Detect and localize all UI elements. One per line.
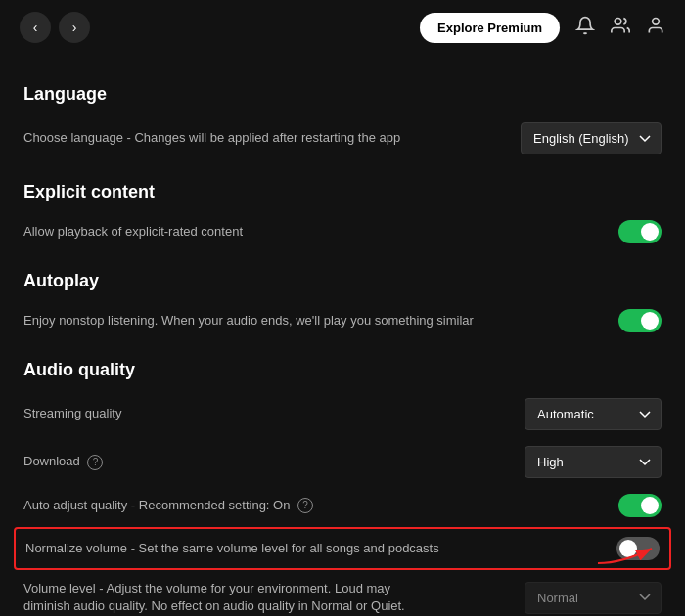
auto-adjust-row: Auto adjust quality - Recommended settin…: [23, 486, 662, 525]
explicit-description: Allow playback of explicit-rated content: [23, 223, 243, 241]
svg-point-0: [615, 18, 621, 24]
language-row: Choose language - Changes will be applie…: [23, 114, 662, 162]
language-description: Choose language - Changes will be applie…: [23, 129, 400, 147]
language-section: Language Choose language - Changes will …: [23, 84, 662, 162]
nav-arrows: ‹ ›: [20, 12, 90, 43]
download-label: Download ?: [23, 453, 103, 470]
top-nav: ‹ › Explore Premium: [0, 0, 685, 55]
explore-premium-button[interactable]: Explore Premium: [420, 13, 560, 43]
user-icon[interactable]: [646, 16, 665, 40]
download-row: Download ? High: [23, 438, 662, 486]
download-help-icon[interactable]: ?: [87, 455, 103, 470]
download-dropdown-wrap: High: [525, 446, 662, 478]
streaming-quality-row: Streaming quality Automatic: [23, 390, 662, 438]
volume-level-row: Volume level - Adjust the volume for you…: [23, 572, 662, 616]
streaming-dropdown[interactable]: Automatic: [525, 398, 662, 430]
language-dropdown-wrap: English (English): [521, 122, 662, 154]
normalize-label: Normalize volume - Set the same volume l…: [25, 540, 439, 557]
auto-adjust-label: Auto adjust quality - Recommended settin…: [23, 497, 313, 514]
explicit-toggle[interactable]: [618, 220, 662, 243]
audio-quality-section: Audio quality Streaming quality Automati…: [23, 360, 662, 616]
streaming-quality-label: Streaming quality: [23, 405, 121, 422]
svg-point-1: [653, 18, 660, 24]
autoplay-title: Autoplay: [23, 271, 662, 291]
bell-icon[interactable]: [575, 16, 595, 40]
auto-adjust-help-icon[interactable]: ?: [297, 498, 313, 513]
volume-level-label: Volume level - Adjust the volume for you…: [23, 580, 434, 615]
download-dropdown[interactable]: High: [525, 446, 662, 478]
forward-button[interactable]: ›: [59, 12, 90, 43]
normalize-toggle[interactable]: [616, 537, 660, 560]
autoplay-description: Enjoy nonstop listening. When your audio…: [23, 312, 474, 330]
volume-level-dropdown[interactable]: Normal: [525, 582, 662, 614]
normalize-highlighted-row: Normalize volume - Set the same volume l…: [14, 527, 671, 570]
explicit-title: Explicit content: [23, 182, 662, 202]
language-dropdown[interactable]: English (English): [521, 122, 662, 154]
autoplay-section: Autoplay Enjoy nonstop listening. When y…: [23, 271, 662, 340]
audio-quality-title: Audio quality: [23, 360, 662, 380]
back-button[interactable]: ‹: [20, 12, 51, 43]
friends-icon[interactable]: [611, 16, 630, 40]
settings-content: Language Choose language - Changes will …: [0, 55, 685, 616]
nav-right: Explore Premium: [420, 13, 665, 43]
language-title: Language: [23, 84, 662, 105]
volume-level-dropdown-wrap: Normal: [525, 582, 662, 614]
normalize-row: Normalize volume - Set the same volume l…: [25, 537, 660, 560]
autoplay-toggle[interactable]: [618, 309, 662, 332]
streaming-dropdown-wrap: Automatic: [525, 398, 662, 430]
auto-adjust-toggle[interactable]: [618, 494, 662, 517]
explicit-row: Allow playback of explicit-rated content: [23, 212, 662, 251]
explicit-section: Explicit content Allow playback of expli…: [23, 182, 662, 251]
autoplay-row: Enjoy nonstop listening. When your audio…: [23, 301, 662, 340]
